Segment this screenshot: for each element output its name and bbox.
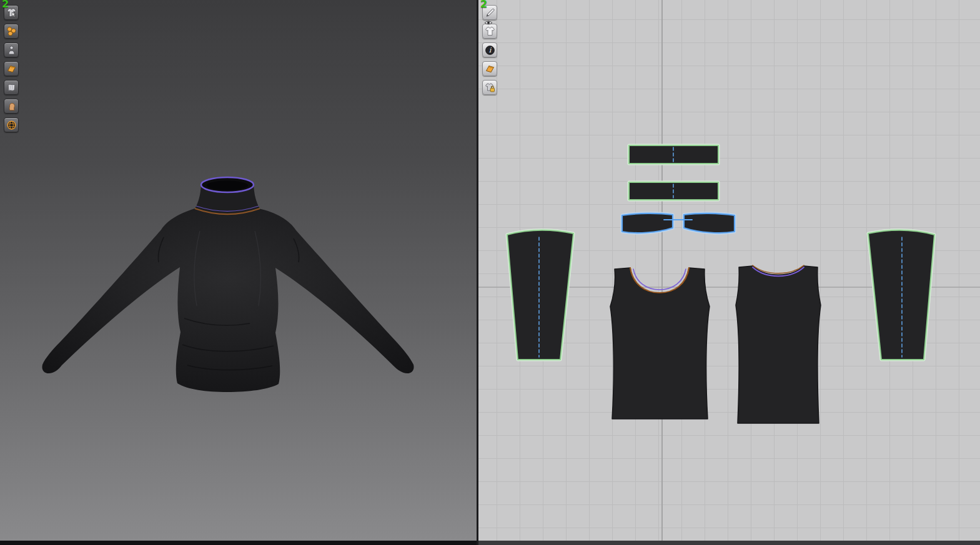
viewport-3d[interactable]: 2 [0,0,477,541]
hexagon-cluster-button[interactable] [4,24,19,39]
pattern-piece-collar-left[interactable] [622,214,673,233]
mannequin-icon [6,45,17,56]
pattern-piece-collar-right[interactable] [684,214,735,233]
head-avatar-button[interactable] [4,99,19,114]
globe-icon [6,120,17,130]
toolbar-2d: i [482,5,497,95]
viewport-2d-label: 2 [480,0,487,10]
bottom-bar-left [0,541,477,545]
fabric-swatch-2d-button[interactable] [482,61,497,76]
fabric-swatch-icon [485,64,495,74]
info-icon: i [485,45,495,56]
bottom-bar-right [478,541,980,545]
mannequin-button[interactable] [4,42,19,57]
garment-white-icon [485,26,495,37]
cloth-drape-icon [6,82,17,93]
cloth-drape-button[interactable] [4,80,19,95]
fabric-swatch-button[interactable] [4,61,19,76]
garment-lock-icon [485,82,495,93]
garment-3d [0,0,477,541]
eye-icon[interactable] [484,20,493,26]
pattern-piece-front-bodice[interactable] [610,268,710,419]
viewport-2d[interactable]: 2 i [478,0,980,541]
garment-3d-body [42,208,413,392]
garment-white-button[interactable] [482,24,497,39]
viewport-3d-label: 2 [2,0,9,10]
garment-lock-button[interactable] [482,80,497,95]
pattern-pieces-layer [507,145,934,423]
toolbar-3d [4,5,19,132]
garment-design-workspace: 2 [0,0,980,545]
info-button[interactable]: i [482,42,497,57]
head-avatar-icon [6,101,17,112]
pattern-canvas[interactable] [478,0,980,541]
fabric-swatch-icon [6,64,17,74]
garment-3d-collar-opening [207,181,248,190]
globe-button[interactable] [4,117,19,132]
pattern-piece-back-bodice[interactable] [736,266,821,423]
hexagon-cluster-icon [6,26,17,37]
